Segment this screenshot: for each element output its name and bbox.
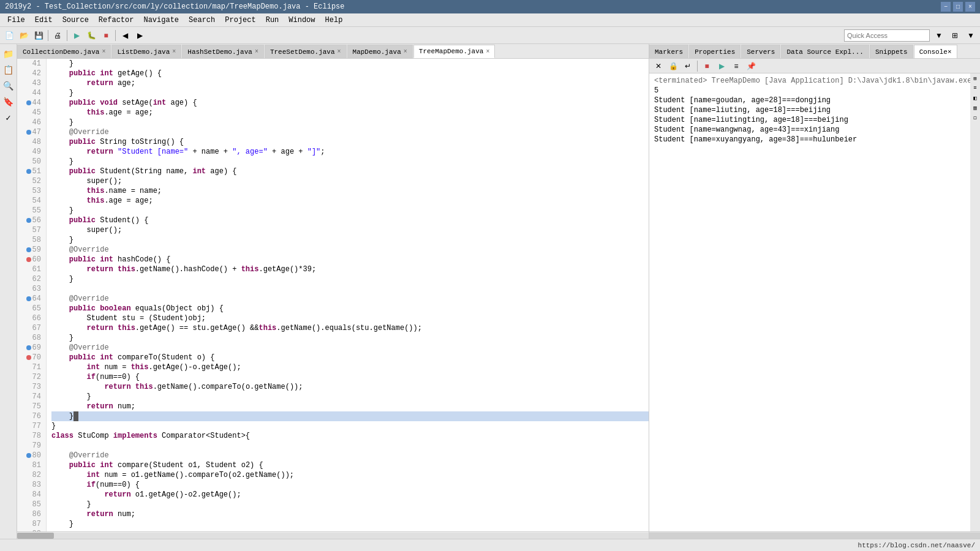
word-wrap-button[interactable]: ↵ xyxy=(681,59,695,73)
status-bar: https://blog.csdn.net/naasve/ xyxy=(0,539,980,551)
tab-label: Data Source Expl... xyxy=(786,48,863,56)
console-view-button[interactable]: ≡ xyxy=(729,59,743,73)
menu-edit[interactable]: Edit xyxy=(30,15,58,26)
close-icon[interactable]: × xyxy=(404,48,407,55)
console-icon-1[interactable]: ⊞ xyxy=(970,73,980,83)
code-editor[interactable]: 41 42 43 44 44 45 46 47 48 49 50 51 52 5… xyxy=(17,59,649,531)
console-icon-2[interactable]: ≡ xyxy=(970,83,980,93)
close-button[interactable]: × xyxy=(965,2,975,12)
console-tab-bar: Markers Properties Servers Data Source E… xyxy=(649,44,980,59)
toolbar: 📄 📂 💾 🖨 ▶ 🐛 ■ ◀ ▶ ▼ ⊞ ▼ xyxy=(0,27,980,44)
quick-access-bar: ▼ ⊞ ▼ xyxy=(844,29,978,42)
tab-label: ListDemo.java xyxy=(117,48,170,56)
run-button[interactable]: ▶ xyxy=(70,29,83,42)
tab-label: HashSetDemo.java xyxy=(187,48,252,56)
separator-1 xyxy=(48,30,48,41)
separator-2 xyxy=(67,30,67,41)
console-icon-5[interactable]: ◻ xyxy=(970,113,980,122)
console-line-1: 5 xyxy=(654,86,965,96)
tab-servers[interactable]: Servers xyxy=(741,45,780,58)
window-title: 2019y2 - Test_Collection/src/com/ly/coll… xyxy=(5,2,345,11)
code-content: 41 42 43 44 44 45 46 47 48 49 50 51 52 5… xyxy=(17,59,649,531)
menu-help[interactable]: Help xyxy=(320,15,348,26)
tab-markers[interactable]: Markers xyxy=(649,45,688,58)
close-icon[interactable]: × xyxy=(486,48,489,55)
console-icon-3[interactable]: ◧ xyxy=(970,93,980,103)
stop-button[interactable]: ■ xyxy=(99,29,113,42)
tab-label: MapDemo.java xyxy=(353,48,401,56)
close-icon[interactable]: × xyxy=(337,48,341,55)
view-menu-button[interactable]: ▼ xyxy=(964,29,978,42)
main-layout: 📁 📋 🔍 🔖 ✓ CollectionDemo.java × ListDemo… xyxy=(0,44,980,539)
close-icon[interactable]: × xyxy=(255,48,258,55)
title-bar-controls[interactable]: − □ × xyxy=(941,2,975,12)
menu-refactor[interactable]: Refactor xyxy=(94,15,139,26)
editor-area: CollectionDemo.java × ListDemo.java × Ha… xyxy=(17,44,649,539)
tab-label: CollectionDemo.java xyxy=(23,48,99,56)
menu-file[interactable]: File xyxy=(2,15,30,26)
tab-treeset-demo[interactable]: TreeSetDemo.java × xyxy=(265,45,347,58)
new-button[interactable]: 📄 xyxy=(2,29,16,42)
perspectives-button[interactable]: ⊞ xyxy=(948,29,962,42)
close-icon[interactable]: × xyxy=(948,48,952,56)
tab-bar: CollectionDemo.java × ListDemo.java × Ha… xyxy=(17,44,649,59)
tab-list-demo[interactable]: ListDemo.java × xyxy=(111,45,181,58)
bookmarks-icon[interactable]: 🔖 xyxy=(1,94,16,109)
tab-treemap-demo[interactable]: TreeMapDemo.java × xyxy=(413,45,496,58)
console-terminated-line: <terminated> TreeMapDemo [Java Applicati… xyxy=(654,76,965,86)
search-icon[interactable]: 🔍 xyxy=(1,78,16,93)
pin-button[interactable]: 📌 xyxy=(744,59,758,73)
save-button[interactable]: 💾 xyxy=(32,29,45,42)
separator-3 xyxy=(115,30,116,41)
console-container: <terminated> TreeMapDemo [Java Applicati… xyxy=(649,73,980,531)
menu-source[interactable]: Source xyxy=(58,15,94,26)
tab-console[interactable]: Console × xyxy=(914,45,957,58)
menu-window[interactable]: Window xyxy=(284,15,320,26)
menu-project[interactable]: Project xyxy=(220,15,260,26)
tab-label: Properties xyxy=(695,48,735,56)
quick-access-menu[interactable]: ▼ xyxy=(932,29,946,42)
next-button[interactable]: ▶ xyxy=(133,29,146,42)
console-icon-4[interactable]: ▥ xyxy=(970,103,980,113)
open-button[interactable]: 📂 xyxy=(17,29,31,42)
tasks-icon[interactable]: ✓ xyxy=(1,110,16,125)
console-line-4: Student [name=liutingting, age=18]===bei… xyxy=(654,115,965,125)
quick-access-input[interactable] xyxy=(844,29,930,42)
close-icon[interactable]: × xyxy=(172,48,176,55)
minimize-button[interactable]: − xyxy=(941,2,951,12)
tab-datasource[interactable]: Data Source Expl... xyxy=(781,45,869,58)
tab-collection-demo[interactable]: CollectionDemo.java × xyxy=(17,45,111,58)
prev-button[interactable]: ◀ xyxy=(118,29,132,42)
console-h-scrollbar[interactable] xyxy=(649,531,980,539)
tab-map-demo[interactable]: MapDemo.java × xyxy=(347,45,413,58)
menu-bar: File Edit Source Refactor Navigate Searc… xyxy=(0,13,980,27)
code-text: } public int getAge() { return age; } pu… xyxy=(47,59,649,531)
tab-label: TreeSetDemo.java xyxy=(270,48,335,56)
clear-console-button[interactable]: ✕ xyxy=(652,59,665,73)
console-line-3: Student [name=liuting, age=18]===beijing xyxy=(654,105,965,115)
tab-hashset-demo[interactable]: HashSetDemo.java × xyxy=(182,45,264,58)
tab-label: Console xyxy=(919,48,948,56)
tab-label: TreeMapDemo.java xyxy=(419,48,484,55)
console-right-icons: ⊞ ≡ ◧ ▥ ◻ xyxy=(970,73,980,531)
relaunch-button[interactable]: ▶ xyxy=(715,59,728,73)
scroll-lock-button[interactable]: 🔒 xyxy=(666,59,680,73)
close-icon[interactable]: × xyxy=(102,48,105,55)
tab-properties[interactable]: Properties xyxy=(689,45,741,58)
package-explorer-icon[interactable]: 📁 xyxy=(1,47,16,61)
menu-navigate[interactable]: Navigate xyxy=(138,15,184,26)
console-line-5: Student [name=wangwnag, age=43]===xinjia… xyxy=(654,125,965,135)
tab-snippets[interactable]: Snippets xyxy=(870,45,913,58)
maximize-button[interactable]: □ xyxy=(953,2,963,12)
separator xyxy=(697,61,698,72)
debug-button[interactable]: 🐛 xyxy=(85,29,98,42)
menu-search[interactable]: Search xyxy=(184,15,220,26)
outline-icon[interactable]: 📋 xyxy=(1,62,16,77)
print-button[interactable]: 🖨 xyxy=(51,29,64,42)
terminate-button[interactable]: ■ xyxy=(700,59,714,73)
console-line-2: Student [name=goudan, age=28]===dongjing xyxy=(654,96,965,105)
tab-label: Markers xyxy=(655,48,683,56)
horizontal-scrollbar[interactable] xyxy=(17,531,649,539)
title-bar: 2019y2 - Test_Collection/src/com/ly/coll… xyxy=(0,0,980,13)
menu-run[interactable]: Run xyxy=(261,15,284,26)
